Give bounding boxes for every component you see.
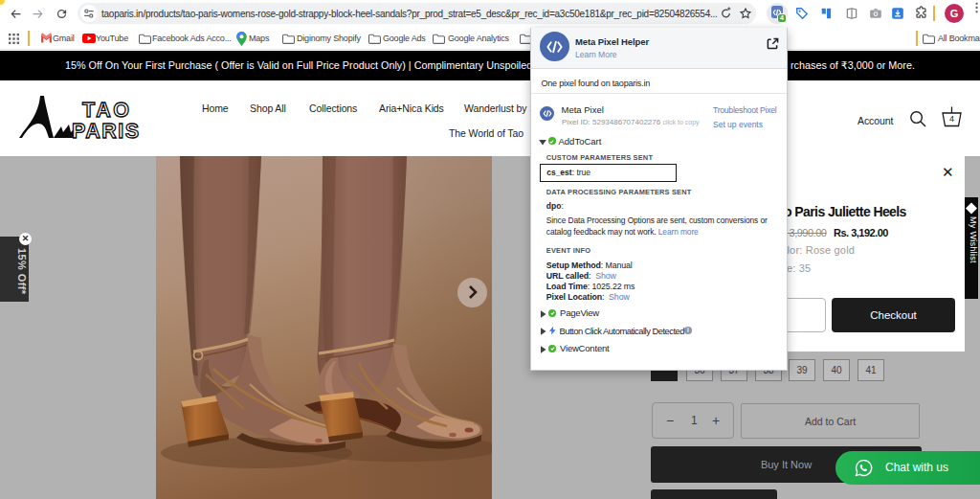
svg-text:PARIS: PARIS [72,120,140,142]
svg-text:4: 4 [949,114,954,124]
svg-text:TAO: TAO [82,99,130,122]
